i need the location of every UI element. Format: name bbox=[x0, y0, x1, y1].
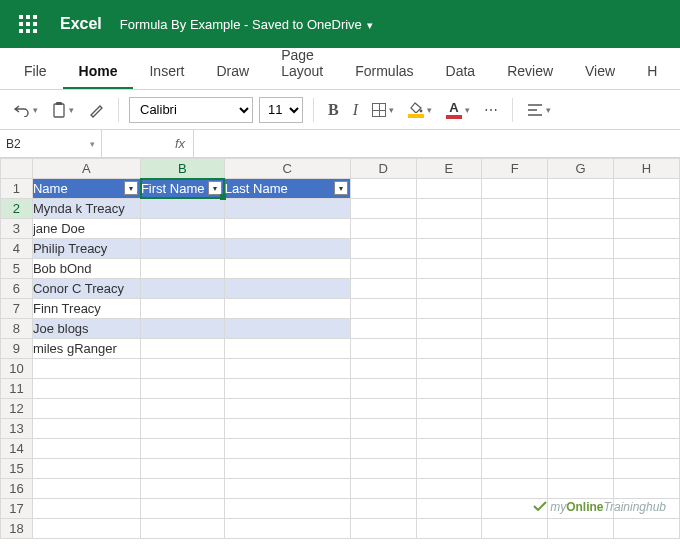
cell[interactable] bbox=[350, 339, 416, 359]
row-header[interactable]: 5 bbox=[1, 259, 33, 279]
cell[interactable] bbox=[140, 379, 224, 399]
tab-file[interactable]: File bbox=[8, 53, 63, 89]
cell[interactable] bbox=[482, 259, 548, 279]
select-all-corner[interactable] bbox=[1, 159, 33, 179]
cell[interactable] bbox=[482, 299, 548, 319]
cell[interactable] bbox=[350, 279, 416, 299]
cell[interactable] bbox=[482, 519, 548, 539]
row-header[interactable]: 4 bbox=[1, 239, 33, 259]
row-header[interactable]: 15 bbox=[1, 459, 33, 479]
cell[interactable] bbox=[224, 379, 350, 399]
tab-formulas[interactable]: Formulas bbox=[339, 53, 429, 89]
cell[interactable] bbox=[416, 179, 482, 199]
cell[interactable] bbox=[224, 199, 350, 219]
cell[interactable] bbox=[614, 379, 680, 399]
filter-icon[interactable]: ▾ bbox=[208, 181, 222, 195]
cell[interactable] bbox=[350, 519, 416, 539]
cell[interactable] bbox=[32, 419, 140, 439]
filter-icon[interactable]: ▾ bbox=[124, 181, 138, 195]
cell[interactable] bbox=[614, 259, 680, 279]
cell[interactable] bbox=[548, 459, 614, 479]
fill-color-button[interactable]: ▾ bbox=[404, 99, 436, 121]
cell[interactable] bbox=[140, 499, 224, 519]
cell[interactable] bbox=[614, 439, 680, 459]
row-header[interactable]: 3 bbox=[1, 219, 33, 239]
cell[interactable] bbox=[224, 279, 350, 299]
cell[interactable] bbox=[548, 379, 614, 399]
font-color-button[interactable]: A ▾ bbox=[442, 98, 474, 122]
cell[interactable] bbox=[416, 419, 482, 439]
cell[interactable] bbox=[416, 439, 482, 459]
cell[interactable] bbox=[548, 479, 614, 499]
cell[interactable] bbox=[482, 439, 548, 459]
cell[interactable] bbox=[350, 199, 416, 219]
font-size-select[interactable]: 11 bbox=[259, 97, 303, 123]
cell[interactable] bbox=[548, 199, 614, 219]
col-header-B[interactable]: B bbox=[140, 159, 224, 179]
cell[interactable] bbox=[140, 259, 224, 279]
more-formatting-button[interactable]: ⋯ bbox=[480, 99, 502, 121]
cell[interactable] bbox=[350, 359, 416, 379]
tab-page-layout[interactable]: Page Layout bbox=[265, 37, 339, 89]
cell[interactable] bbox=[140, 399, 224, 419]
cell[interactable] bbox=[614, 199, 680, 219]
cell[interactable] bbox=[548, 319, 614, 339]
row-header[interactable]: 14 bbox=[1, 439, 33, 459]
table-header-last[interactable]: Last Name▾ bbox=[224, 179, 350, 199]
cell[interactable] bbox=[548, 219, 614, 239]
cell[interactable] bbox=[416, 399, 482, 419]
cell[interactable] bbox=[614, 519, 680, 539]
cell[interactable] bbox=[416, 239, 482, 259]
cell[interactable] bbox=[140, 339, 224, 359]
cell[interactable] bbox=[350, 439, 416, 459]
col-header-D[interactable]: D bbox=[350, 159, 416, 179]
row-header[interactable]: 6 bbox=[1, 279, 33, 299]
cell[interactable] bbox=[482, 399, 548, 419]
cell[interactable] bbox=[32, 439, 140, 459]
cell[interactable] bbox=[548, 179, 614, 199]
row-header[interactable]: 8 bbox=[1, 319, 33, 339]
row-header[interactable]: 18 bbox=[1, 519, 33, 539]
row-header[interactable]: 16 bbox=[1, 479, 33, 499]
tab-draw[interactable]: Draw bbox=[200, 53, 265, 89]
cell[interactable] bbox=[548, 399, 614, 419]
fx-icon[interactable]: fx bbox=[175, 136, 185, 151]
cell[interactable]: miles gRanger bbox=[32, 339, 140, 359]
cell[interactable] bbox=[140, 419, 224, 439]
filter-icon[interactable]: ▾ bbox=[334, 181, 348, 195]
row-header[interactable]: 17 bbox=[1, 499, 33, 519]
cell[interactable] bbox=[482, 459, 548, 479]
tab-home[interactable]: Home bbox=[63, 53, 134, 89]
cell[interactable] bbox=[416, 359, 482, 379]
cell[interactable] bbox=[140, 239, 224, 259]
cell[interactable] bbox=[482, 239, 548, 259]
cell[interactable] bbox=[224, 499, 350, 519]
cell[interactable] bbox=[140, 279, 224, 299]
cell[interactable] bbox=[614, 459, 680, 479]
cell[interactable] bbox=[224, 459, 350, 479]
cell[interactable] bbox=[482, 199, 548, 219]
cell[interactable] bbox=[350, 219, 416, 239]
tab-help[interactable]: H bbox=[631, 53, 673, 89]
font-name-select[interactable]: Calibri bbox=[129, 97, 253, 123]
cell[interactable] bbox=[32, 479, 140, 499]
cell[interactable] bbox=[482, 419, 548, 439]
cell[interactable] bbox=[548, 339, 614, 359]
cell[interactable] bbox=[614, 179, 680, 199]
cell[interactable] bbox=[416, 219, 482, 239]
cell[interactable] bbox=[224, 259, 350, 279]
cell[interactable] bbox=[350, 399, 416, 419]
cell[interactable] bbox=[548, 259, 614, 279]
cell[interactable] bbox=[224, 479, 350, 499]
cell[interactable] bbox=[614, 339, 680, 359]
cell[interactable] bbox=[140, 219, 224, 239]
cell[interactable] bbox=[350, 499, 416, 519]
cell[interactable] bbox=[350, 459, 416, 479]
cell[interactable] bbox=[32, 519, 140, 539]
cell[interactable] bbox=[32, 399, 140, 419]
cell[interactable] bbox=[350, 179, 416, 199]
row-header[interactable]: 9 bbox=[1, 339, 33, 359]
cell[interactable] bbox=[350, 299, 416, 319]
col-header-C[interactable]: C bbox=[224, 159, 350, 179]
cell[interactable]: Bob bOnd bbox=[32, 259, 140, 279]
